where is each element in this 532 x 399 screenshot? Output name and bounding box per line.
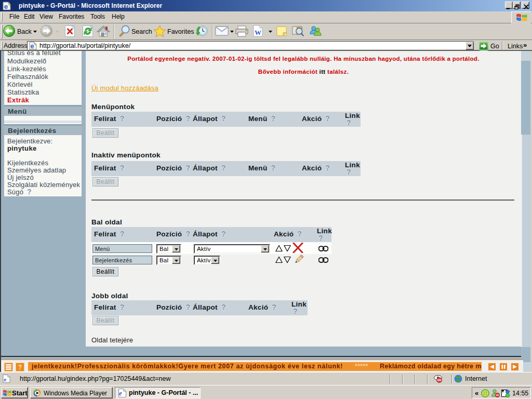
svg-text:e: e bbox=[4, 3, 8, 10]
svg-text:e: e bbox=[31, 43, 34, 50]
svg-text:e: e bbox=[4, 376, 6, 382]
svg-text:W: W bbox=[255, 29, 261, 36]
svg-text:e: e bbox=[119, 389, 122, 397]
